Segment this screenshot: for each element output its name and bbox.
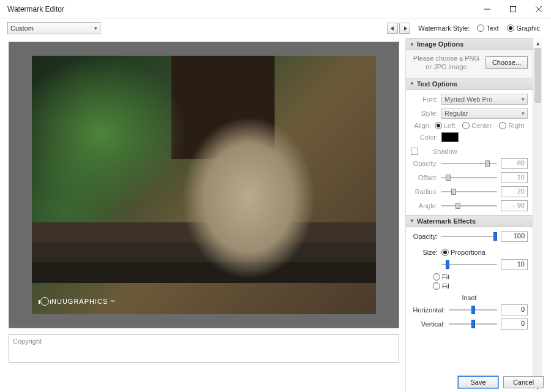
watermark-style-label: Watermark Style: <box>418 24 470 32</box>
color-swatch[interactable] <box>441 132 459 142</box>
save-button[interactable]: Save <box>458 376 498 388</box>
chevron-down-icon: ▾ <box>522 96 525 102</box>
angle-label: Angle: <box>411 202 438 209</box>
style-value: Regular <box>444 110 468 117</box>
radio-icon <box>433 273 440 281</box>
text-options-header[interactable]: ▼ Text Options <box>406 78 533 90</box>
opacity-label: Opacity: <box>411 160 438 167</box>
text-options-body: Font: Myriad Web Pro ▾ Style: Regular ▾ … <box>406 90 533 215</box>
inset-label: Inset <box>411 294 528 301</box>
align-left-radio[interactable]: Left <box>435 122 455 129</box>
size-fit-radio[interactable]: Fit <box>433 273 524 281</box>
style-text-radio[interactable]: Text <box>477 24 498 32</box>
size-fill-radio[interactable]: Fil <box>433 282 524 290</box>
radio-icon <box>507 24 514 32</box>
radio-icon <box>433 282 440 290</box>
right-column: ▼ Image Options Please choose a PNG or J… <box>404 38 551 392</box>
shadow-opacity-value[interactable]: 80 <box>501 158 528 169</box>
style-graphic-label: Graphic <box>516 24 540 32</box>
horizontal-label: Horizontal: <box>411 306 445 314</box>
svg-rect-1 <box>511 6 516 12</box>
panel-scrollbar[interactable]: ▴ ▾ <box>533 38 542 392</box>
options-panel: ▼ Image Options Please choose a PNG or J… <box>405 38 533 392</box>
font-select[interactable]: Myriad Web Pro ▾ <box>441 94 528 105</box>
prev-button[interactable] <box>387 23 398 34</box>
shadow-offset-value[interactable]: 10 <box>501 172 528 183</box>
image-hint: Please choose a PNG or JPG image <box>411 54 482 72</box>
window-controls <box>480 0 546 18</box>
scroll-up-icon[interactable]: ▴ <box>533 38 542 48</box>
image-options-title: Image Options <box>417 40 463 48</box>
disclosure-icon: ▼ <box>410 42 414 47</box>
next-button[interactable] <box>399 23 410 34</box>
style-select[interactable]: Regular ▾ <box>441 108 528 119</box>
shadow-checkbox[interactable] <box>411 148 418 155</box>
window-title: Watermark Editor <box>5 5 480 13</box>
chevron-down-icon: ▾ <box>94 25 97 31</box>
vertical-value[interactable]: 0 <box>501 318 528 330</box>
top-toolbar: Custom ▾ Watermark Style: Text Graphic <box>0 18 551 38</box>
choose-button[interactable]: Choose... <box>485 56 528 69</box>
align-right-radio[interactable]: Right <box>499 122 524 129</box>
align-center-radio[interactable]: Center <box>462 122 492 129</box>
radius-label: Radius: <box>411 188 438 195</box>
text-options-title: Text Options <box>417 80 457 88</box>
offset-label: Offset: <box>411 174 438 181</box>
shadow-angle-value[interactable]: – 90 <box>501 200 528 211</box>
tm-icon: ™ <box>110 300 115 304</box>
style-label: Style: <box>411 110 438 117</box>
main-area: NUUGRAPHICS ™ Copyright ▼ Image Options … <box>0 38 551 392</box>
font-value: Myriad Web Pro <box>444 96 493 103</box>
size-proportional-radio[interactable]: Proportiona <box>441 249 485 256</box>
disclosure-icon: ▼ <box>410 81 414 86</box>
radio-icon <box>441 249 449 256</box>
left-column: NUUGRAPHICS ™ Copyright <box>0 38 404 392</box>
watermark-effects-title: Watermark Effects <box>417 217 476 225</box>
minimize-button[interactable] <box>480 2 495 17</box>
watermark-effects-header[interactable]: ▼ Watermark Effects <box>406 215 533 227</box>
vertical-label: Vertical: <box>411 320 445 328</box>
horizontal-slider[interactable] <box>449 306 497 314</box>
dialog-footer: Save Cancel <box>458 376 544 388</box>
wm-opacity-value[interactable]: 100 <box>501 231 528 242</box>
maximize-button[interactable] <box>506 2 520 17</box>
watermark-overlay: NUUGRAPHICS ™ <box>40 297 115 306</box>
color-label: Color: <box>411 134 438 141</box>
chevron-down-icon: ▾ <box>522 110 525 116</box>
font-label: Font: <box>411 96 438 103</box>
watermark-logo-icon <box>40 297 49 306</box>
preset-value: Custom <box>10 24 34 32</box>
wm-opacity-slider[interactable] <box>441 232 497 241</box>
image-options-header[interactable]: ▼ Image Options <box>406 38 533 50</box>
size-slider[interactable] <box>441 260 497 269</box>
copyright-input[interactable]: Copyright <box>9 334 399 363</box>
shadow-opacity-slider[interactable] <box>441 159 497 168</box>
radio-icon <box>499 122 506 129</box>
watermark-effects-body: Opacity: 100 Size: Proportiona 10 Fit Fi… <box>406 227 533 333</box>
shadow-radius-slider[interactable] <box>441 187 497 196</box>
scroll-thumb[interactable] <box>534 48 541 103</box>
image-options-body: Please choose a PNG or JPG image Choose.… <box>406 50 533 78</box>
preview-image: NUUGRAPHICS ™ <box>32 56 376 314</box>
svg-marker-4 <box>391 26 394 31</box>
titlebar: Watermark Editor <box>0 0 551 18</box>
watermark-text: NUUGRAPHICS <box>51 298 108 305</box>
align-label: Align: <box>411 122 431 129</box>
close-button[interactable] <box>531 2 546 17</box>
nav-buttons <box>387 23 410 34</box>
shadow-offset-slider[interactable] <box>441 173 497 182</box>
shadow-angle-slider[interactable] <box>441 202 497 210</box>
shadow-label: Shadow <box>433 148 457 155</box>
vertical-slider[interactable] <box>449 320 497 328</box>
preset-select[interactable]: Custom ▾ <box>7 22 100 34</box>
style-graphic-radio[interactable]: Graphic <box>507 24 540 32</box>
size-label: Size: <box>411 249 438 256</box>
size-value[interactable]: 10 <box>501 259 528 270</box>
shadow-radius-value[interactable]: 20 <box>501 186 528 197</box>
preview-frame: NUUGRAPHICS ™ <box>9 42 399 328</box>
radio-icon <box>462 122 470 129</box>
horizontal-value[interactable]: 0 <box>501 304 528 315</box>
disclosure-icon: ▼ <box>410 218 414 224</box>
radio-icon <box>477 24 484 32</box>
cancel-button[interactable]: Cancel <box>503 376 544 388</box>
